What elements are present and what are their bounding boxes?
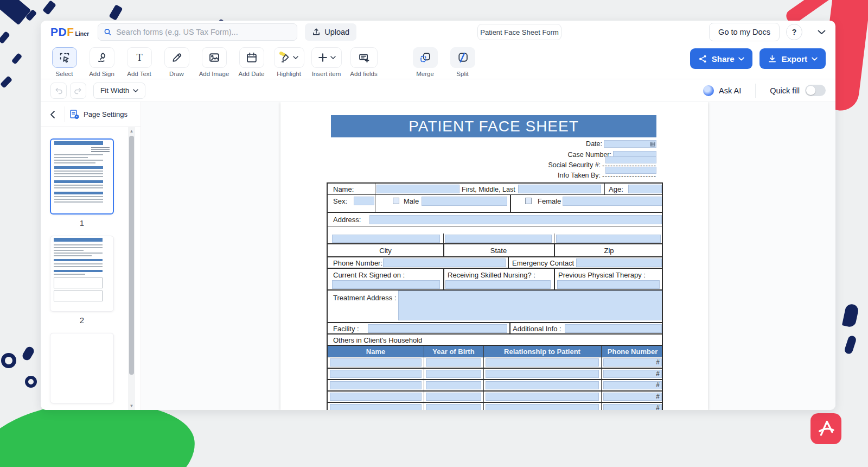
case-number-label: Case Number: [567,151,611,159]
emergency-contact-field[interactable] [576,258,662,267]
household-field[interactable] [426,381,481,389]
facility-field[interactable] [368,324,507,333]
household-heading-row: Others in Client's Household [328,335,662,346]
tool-add-image[interactable]: Add Image [201,47,227,77]
top-bar-right: Go to my Docs ? [709,23,826,41]
city-field[interactable] [332,235,440,243]
page-thumbnail-1[interactable] [50,138,114,214]
tool-split[interactable]: Split [450,47,475,77]
household-field[interactable] [486,404,599,410]
search-input[interactable] [116,28,291,36]
household-field[interactable] [486,381,599,389]
date-field[interactable] [604,140,656,148]
rx-fields-row [328,280,662,291]
undo-button[interactable] [50,83,67,99]
upload-button[interactable]: Upload [305,23,356,41]
household-phone-field[interactable]: # [603,381,662,389]
date-label: Date: [586,140,602,148]
female-field[interactable] [563,197,663,206]
age-field[interactable] [628,185,662,193]
skilled-nursing-field[interactable] [445,280,551,289]
export-button[interactable]: Export [760,48,826,69]
household-field[interactable] [486,370,599,378]
address-row: Address: [328,213,662,226]
female-label: Female [538,197,561,205]
current-rx-label: Current Rx Signed on : [333,271,405,279]
page-settings-icon [69,109,80,120]
household-field[interactable] [426,358,481,367]
document-title-pill[interactable]: Patient Face Sheet Form [477,24,561,40]
zoom-select[interactable]: Fit Width [93,83,145,99]
household-field[interactable] [486,358,599,367]
household-field[interactable] [330,393,422,401]
ssn-field[interactable] [605,156,656,163]
page-thumbnail-3[interactable] [50,333,114,403]
treatment-address-row: Treatment Address : [328,291,662,323]
tool-add-sign[interactable]: Add Sign [89,47,114,77]
divider [424,357,424,368]
redo-button[interactable] [70,83,86,99]
household-phone-field[interactable]: # [603,358,662,367]
tool-insert-item[interactable]: Insert item [314,47,339,77]
scroll-up-arrow[interactable]: ▲ [128,129,135,134]
tool-highlight[interactable]: Highlight [276,47,302,77]
search-bar[interactable] [98,23,297,41]
household-field[interactable] [426,370,481,378]
tool-label: Select [56,71,73,77]
page-thumbnail-2[interactable] [50,236,114,312]
view-bar-right: Ask AI Quick fill [703,84,826,98]
info-taken-field[interactable] [605,167,656,174]
pdfliner-logo[interactable]: PDF Liner [50,26,89,39]
go-to-docs-button[interactable]: Go to my Docs [709,23,780,41]
ask-ai-button[interactable]: Ask AI [703,85,755,96]
calendar-icon [246,52,258,64]
current-rx-field[interactable] [332,280,440,289]
last-name-field[interactable] [518,185,601,193]
tool-draw[interactable]: Draw [164,47,189,77]
household-phone-field[interactable]: # [603,370,662,378]
quick-fill-toggle[interactable] [805,85,826,96]
tool-merge[interactable]: Merge [412,47,438,77]
account-chevron-button[interactable] [818,30,826,35]
pen-icon [171,52,183,64]
household-field[interactable] [330,404,422,410]
decor-navy-blob [21,345,36,362]
scrollbar-thumb[interactable] [129,136,134,375]
scroll-down-arrow[interactable]: ▼ [128,403,135,408]
first-name-field[interactable] [376,185,459,193]
zip-label: Zip [554,247,663,255]
sex-field[interactable] [354,197,374,205]
physical-therapy-field[interactable] [557,280,660,289]
rx-labels-row: Current Rx Signed on : Receiving Skilled… [328,269,662,280]
household-field[interactable] [426,404,481,410]
divider [483,369,484,379]
help-button[interactable]: ? [786,24,802,40]
collapse-sidebar-button[interactable] [44,106,60,123]
phone-number-field[interactable] [383,258,506,267]
female-checkbox[interactable] [525,198,532,204]
zip-field[interactable] [556,235,661,243]
male-field[interactable] [422,197,507,206]
share-button[interactable]: Share [690,48,753,69]
tool-add-date[interactable]: Add Date [239,47,264,77]
household-field[interactable] [426,393,481,401]
household-field[interactable] [330,381,422,389]
treatment-address-field[interactable] [398,291,663,320]
household-phone-field[interactable]: # [603,393,662,401]
thumbnail-scrollbar: ▲ ▼ [128,127,135,410]
tool-add-text[interactable]: T Add Text [126,47,152,77]
additional-info-field[interactable] [565,324,662,333]
tool-select[interactable]: Select [52,47,77,77]
page-settings-button[interactable]: Page Settings [69,109,127,120]
male-checkbox[interactable] [393,198,399,204]
select-cursor-icon [59,52,71,64]
household-field[interactable] [486,393,599,401]
household-field[interactable] [330,370,422,378]
decor-navy-wedge [0,0,31,25]
state-field[interactable] [445,235,552,243]
household-phone-field[interactable]: # [603,404,662,410]
form-fields-icon [358,52,370,64]
tool-add-fields[interactable]: Add fields [351,47,376,77]
household-field[interactable] [330,358,422,367]
address-field[interactable] [369,215,662,224]
